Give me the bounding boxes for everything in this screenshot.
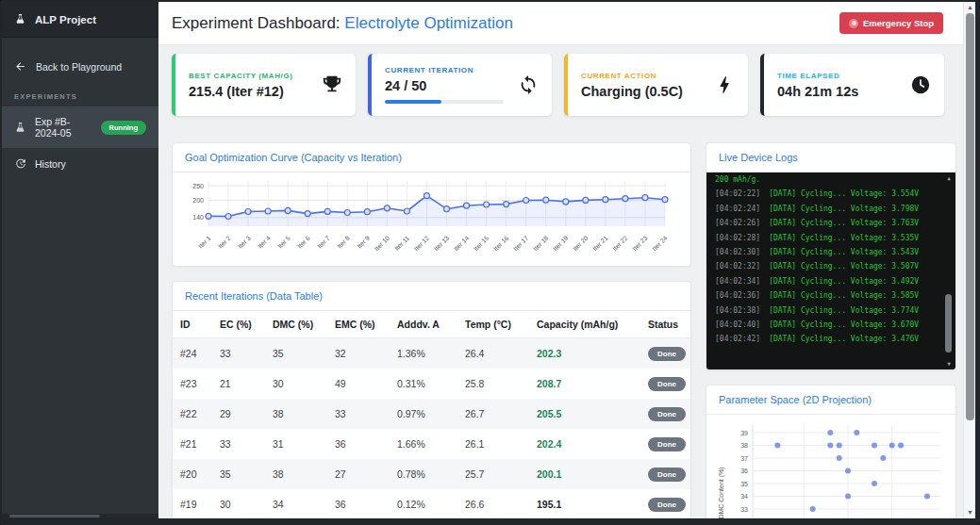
page-title-prefix: Experiment Dashboard: (172, 14, 341, 32)
table-cell: 38 (265, 399, 327, 429)
capacity-cell: 200.1 (529, 459, 640, 489)
page-scroll-thumb[interactable] (966, 13, 974, 420)
emergency-stop-label: Emergency Stop (863, 18, 934, 28)
arrow-left-icon (14, 60, 26, 73)
current-action-value: Charging (0.5C) (581, 84, 683, 99)
svg-text:Iter 14: Iter 14 (453, 235, 471, 253)
table-cell: 21 (212, 369, 265, 399)
column-header: Capacity (mAh/g) (529, 311, 640, 338)
table-cell: 0.12% (390, 489, 457, 518)
table-cell: #20 (173, 459, 212, 489)
scroll-down-icon[interactable]: ▼ (943, 360, 955, 368)
scroll-up-icon[interactable]: ▲ (964, 3, 975, 12)
log-line: [04:02:42][DATA] Cycling... Voltage: 3.4… (715, 332, 940, 346)
optimization-curve-panel: Goal Optimization Curve (Capacity vs Ite… (172, 142, 691, 267)
experiment-label: Exp #B-2024-05 (35, 116, 92, 139)
status-cell: Done (640, 489, 690, 518)
page-scrollbar[interactable]: ▲ ▼ (963, 2, 975, 518)
history-label: History (35, 158, 66, 170)
sidebar-item-experiment[interactable]: Exp #B-2024-05 Running (2, 107, 158, 148)
best-capacity-card: BEST CAPACITY (MAH/G) 215.4 (Iter #12) (172, 54, 356, 116)
table-cell: 35 (212, 459, 265, 489)
iterations-tbody: #243335321.36%26.4202.3Done#232130490.31… (173, 338, 690, 519)
terminal-scrollbar[interactable]: ▲ ▼ (943, 174, 955, 368)
scroll-up-icon[interactable]: ▲ (943, 174, 955, 182)
svg-text:200: 200 (192, 197, 204, 204)
sidebar: ALP Project Back to Playground EXPERIMEN… (2, 2, 158, 518)
table-row: #222938330.97%26.7205.5Done (173, 399, 690, 429)
table-cell: 32 (327, 338, 390, 369)
svg-text:Iter 5: Iter 5 (276, 235, 291, 250)
svg-text:Iter 10: Iter 10 (374, 235, 391, 253)
log-line: [04:02:34][DATA] Cycling... Voltage: 3.4… (715, 274, 940, 288)
table-cell: 38 (265, 459, 327, 489)
svg-text:Iter 7: Iter 7 (316, 235, 331, 250)
table-cell: 36 (327, 489, 390, 518)
svg-text:Iter 3: Iter 3 (237, 235, 252, 250)
current-iteration-value: 24 / 50 (385, 78, 504, 93)
log-line: [04:02:28][DATA] Cycling... Voltage: 3.5… (715, 231, 940, 245)
iteration-progress-fill (385, 100, 441, 104)
svg-text:Iter 18: Iter 18 (532, 235, 550, 253)
svg-text:Iter 8: Iter 8 (336, 235, 351, 250)
capacity-cell: 202.3 (529, 338, 640, 369)
svg-text:Iter 13: Iter 13 (433, 235, 451, 253)
top-header: Experiment Dashboard: Electrolyte Optimi… (158, 2, 975, 45)
table-row: #193034360.12%26.6195.1Done (173, 489, 690, 518)
svg-text:39: 39 (740, 430, 748, 436)
svg-text:Iter 2: Iter 2 (217, 235, 232, 250)
sidebar-item-history[interactable]: History (2, 148, 158, 179)
svg-text:33: 33 (740, 506, 748, 513)
clock-icon (910, 74, 931, 95)
table-cell: 34 (265, 489, 327, 518)
trophy-icon (322, 74, 342, 95)
table-cell: 33 (327, 399, 390, 429)
done-status-badge: Done (648, 377, 686, 391)
done-status-badge: Done (648, 347, 686, 361)
sidebar-horizontal-scrollbar[interactable] (2, 514, 158, 518)
table-cell: 26.4 (457, 338, 529, 369)
best-capacity-value: 215.4 (Iter #12) (189, 84, 293, 99)
table-cell: #21 (173, 429, 212, 459)
refresh-icon (518, 74, 539, 95)
back-label: Back to Playground (36, 61, 122, 73)
emergency-stop-button[interactable]: Emergency Stop (839, 12, 943, 34)
table-cell: #23 (173, 369, 212, 399)
table-cell: 26.6 (457, 489, 529, 518)
svg-text:36: 36 (740, 468, 748, 474)
column-header: DMC (%) (265, 311, 327, 338)
log-terminal[interactable]: [..:..:..] [....] ............ ........ … (706, 172, 955, 369)
terminal-scroll-thumb[interactable] (945, 294, 952, 353)
page-title: Experiment Dashboard: Electrolyte Optimi… (172, 14, 513, 33)
table-row: #243335321.36%26.4202.3Done (173, 338, 690, 369)
running-status-badge: Running (101, 121, 146, 135)
done-status-badge: Done (648, 498, 686, 512)
time-elapsed-card: TIME ELAPSED 04h 21m 12s (760, 54, 944, 116)
current-iteration-label: CURRENT ITERATION (385, 66, 504, 74)
table-cell: 1.66% (390, 429, 457, 459)
table-header-row: IDEC (%)DMC (%)EMC (%)Adddv. ATemp (°C)C… (173, 311, 690, 338)
status-cell: Done (640, 369, 690, 399)
svg-text:DMC Content (%): DMC Content (%) (718, 467, 725, 518)
table-cell: 30 (212, 489, 265, 518)
svg-text:Iter 23: Iter 23 (631, 235, 649, 253)
svg-text:Iter 15: Iter 15 (473, 235, 490, 253)
scroll-down-icon[interactable]: ▼ (964, 508, 975, 517)
status-cell: Done (640, 338, 690, 369)
table-cell: 30 (265, 369, 327, 399)
table-cell: 33 (212, 338, 265, 369)
status-cell: Done (640, 429, 690, 459)
parameter-space-panel: Parameter Space (2D Projection) 39383736… (706, 385, 956, 518)
svg-text:Iter 22: Iter 22 (611, 235, 629, 253)
time-elapsed-value: 04h 21m 12s (777, 84, 858, 99)
column-header: Temp (°C) (457, 311, 529, 338)
current-iteration-card: CURRENT ITERATION 24 / 50 (368, 54, 552, 116)
dashboard-content: BEST CAPACITY (MAH/G) 215.4 (Iter #12) C… (158, 45, 975, 518)
table-cell: 0.97% (390, 399, 457, 429)
table-cell: 36 (327, 429, 390, 459)
column-header: EMC (%) (327, 311, 390, 338)
table-cell: #22 (173, 399, 212, 429)
svg-text:Iter 21: Iter 21 (591, 235, 609, 253)
back-to-playground-link[interactable]: Back to Playground (2, 50, 158, 83)
svg-text:140: 140 (192, 214, 204, 221)
